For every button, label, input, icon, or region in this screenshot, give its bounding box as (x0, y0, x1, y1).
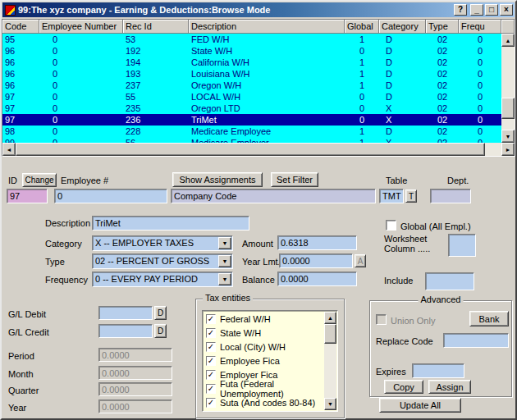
grid-vertical-scrollbar[interactable]: ▲ ▼ (501, 34, 515, 143)
tax-entities-list: ✓Federal W/H✓State W/H✓Local (City) W/H✓… (204, 312, 324, 410)
show-assignments-button[interactable]: Show Assignments (172, 172, 263, 187)
union-only-checkbox[interactable] (376, 314, 387, 325)
minimize-button[interactable]: _ (470, 4, 483, 16)
title-bar[interactable]: 99:The xyz company - Earning & Deduction… (2, 2, 515, 17)
expires-field[interactable] (412, 363, 464, 378)
table-row[interactable]: 960192State W/H0D020 (2, 45, 501, 57)
tax-entity-item[interactable]: ✓Local (City) W/H (204, 340, 324, 354)
table-row[interactable]: 95053FED W/H1D020 (2, 34, 501, 45)
dept-field[interactable] (430, 189, 471, 203)
checkbox-icon[interactable]: ✓ (206, 398, 216, 408)
table-row[interactable]: 99056Medicare Employer1X020 (2, 137, 501, 143)
grid-column-header[interactable]: Code (2, 20, 39, 34)
table-cell: 1 (345, 80, 379, 90)
chevron-down-icon[interactable]: ▼ (218, 273, 231, 285)
grid-scroll-right-button[interactable]: ► (501, 143, 515, 156)
maximize-button[interactable]: □ (485, 4, 498, 16)
worksheet-column-field[interactable] (448, 234, 476, 257)
grid-horizontal-scrollbar[interactable]: ◄ ► (2, 143, 515, 156)
category-select[interactable]: X -- EMPLOYER TAXES ▼ (92, 235, 233, 251)
up-arrow-icon: ▲ (506, 38, 511, 43)
table-cell: 97 (2, 103, 39, 113)
gl-credit-d-button[interactable]: D (154, 324, 167, 338)
gl-credit-field[interactable] (98, 324, 153, 338)
table-cell: 97 (2, 115, 39, 125)
table-row[interactable]: 960237Oregon W/H1D020 (2, 80, 501, 91)
year-lmt-field[interactable]: 0.0000 (279, 253, 353, 268)
down-arrow-icon: ▼ (327, 401, 333, 407)
gl-debit-label: G/L Debit (8, 309, 46, 320)
checkbox-icon[interactable]: ✓ (206, 384, 216, 394)
year-label: Year (8, 403, 26, 413)
grid-column-header[interactable]: Description (189, 20, 345, 34)
table-row[interactable]: 960194California W/H1D020 (2, 57, 501, 68)
down-arrow-icon: ▼ (506, 134, 511, 139)
tax-entity-item[interactable]: ✓State W/H (204, 326, 324, 340)
table-cell: 02 (426, 126, 459, 136)
year-lmt-a-button[interactable]: A (355, 254, 366, 267)
checkbox-icon[interactable]: ✓ (206, 356, 216, 366)
grid-column-header[interactable]: Frequ (459, 20, 501, 34)
tax-entity-item[interactable]: ✓Suta (And codes 80-84) (204, 395, 324, 409)
table-row[interactable]: 960193Louisiana W/H1D020 (2, 68, 501, 80)
global-checkbox[interactable] (386, 220, 396, 231)
grid-column-header[interactable]: Employee Number (39, 20, 123, 34)
tax-entity-item[interactable]: ✓Employee Fica (204, 354, 324, 368)
frequency-select[interactable]: 0 -- EVERY PAY PERIOD ▼ (92, 272, 233, 287)
chevron-down-icon[interactable]: ▼ (218, 237, 231, 249)
grid-column-header[interactable]: Rec Id (123, 20, 189, 34)
grid-column-header[interactable]: Type (426, 20, 459, 34)
close-icon: × (504, 6, 509, 14)
change-button[interactable]: Change (22, 173, 57, 187)
replace-code-field[interactable] (443, 333, 509, 348)
grid-scroll-down-button[interactable]: ▼ (501, 130, 515, 143)
table-cell: 236 (123, 115, 189, 125)
table-row[interactable]: 970236TriMet0X020 (2, 114, 501, 126)
table-field[interactable]: TMT (379, 189, 404, 203)
update-all-button[interactable]: Update All (379, 398, 461, 413)
checkbox-icon[interactable]: ✓ (206, 342, 216, 352)
balance-field[interactable]: 0.0000 (277, 272, 357, 286)
company-code-field[interactable]: Company Code (171, 189, 376, 203)
copy-button[interactable]: Copy (384, 380, 423, 394)
id-field[interactable]: 97 (7, 189, 48, 203)
set-filter-button[interactable]: Set Filter (271, 172, 318, 187)
tax-scroll-down-button[interactable]: ▼ (324, 398, 336, 410)
checkbox-icon[interactable]: ✓ (206, 314, 216, 324)
table-lookup-button[interactable]: T (405, 189, 417, 203)
table-cell: D (379, 92, 426, 102)
tax-entity-label: State W/H (220, 328, 261, 338)
grid-scroll-left-button[interactable]: ◄ (2, 143, 16, 156)
checkbox-icon[interactable]: ✓ (206, 328, 216, 338)
tax-scroll-thumb[interactable] (324, 324, 336, 344)
tax-entity-label: Local (City) W/H (220, 342, 286, 352)
bank-button[interactable]: Bank (469, 311, 509, 326)
quarter-field: 0.0000 (98, 382, 172, 396)
grid-column-header[interactable]: Global (345, 20, 379, 34)
table-cell: 53 (123, 34, 189, 44)
help-button[interactable]: ? (454, 4, 467, 16)
include-field[interactable] (425, 272, 474, 290)
table-row[interactable]: 970235Oregon LTD0X020 (2, 103, 501, 114)
description-field[interactable]: TriMet (92, 216, 249, 231)
grid-column-header[interactable]: Category (379, 20, 426, 34)
tax-list-scrollbar[interactable]: ▲ ▼ (324, 312, 336, 410)
employee-number-field[interactable]: 0 (54, 189, 167, 203)
gl-debit-field[interactable] (98, 306, 153, 320)
gl-debit-d-button[interactable]: D (154, 306, 167, 320)
frequency-value: 0 -- EVERY PAY PERIOD (95, 274, 217, 284)
tax-entity-item[interactable]: ✓Federal W/H (204, 312, 324, 326)
chevron-down-icon[interactable]: ▼ (218, 255, 231, 267)
grid-scroll-up-button[interactable]: ▲ (501, 34, 515, 47)
type-select[interactable]: 02 -- PERCENT OF GROSS ▼ (92, 253, 233, 269)
checkbox-icon[interactable]: ✓ (206, 370, 216, 380)
table-row[interactable]: 97055LOCAL W/H0D020 (2, 91, 501, 103)
grid-vscroll-thumb[interactable] (501, 98, 515, 119)
assign-button[interactable]: Assign (428, 380, 471, 394)
amount-field[interactable]: 0.6318 (277, 235, 357, 250)
grid-hscroll-thumb[interactable] (16, 143, 485, 156)
tax-scroll-up-button[interactable]: ▲ (324, 312, 336, 324)
tax-entity-item[interactable]: ✓Futa (Federal Unemployment) (204, 381, 324, 395)
close-button[interactable]: × (500, 4, 513, 16)
table-row[interactable]: 980228Medicare Employee1D020 (2, 126, 501, 137)
